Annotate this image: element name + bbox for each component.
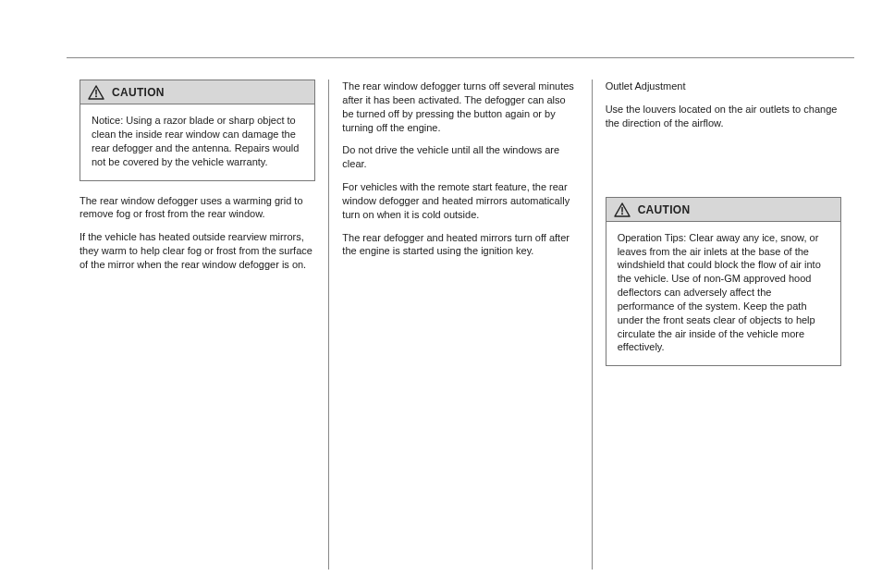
columns: CAUTION Notice: Using a razor blade or s…	[67, 80, 854, 570]
column-1: CAUTION Notice: Using a razor blade or s…	[67, 80, 328, 570]
caution-box-2-body: Operation Tips: Clear away any ice, snow…	[606, 222, 840, 366]
col1-para-1: The rear window defogger uses a warming …	[80, 194, 315, 222]
caution-box-1-label: CAUTION	[112, 85, 165, 100]
warning-icon	[614, 202, 631, 217]
column-2: The rear window defogger turns off sever…	[328, 80, 591, 570]
col2-para-3: For vehicles with the remote start featu…	[342, 180, 578, 222]
caution-box-1-header: CAUTION	[80, 80, 314, 104]
col2-para-1: The rear window defogger turns off sever…	[342, 80, 578, 134]
caution-box-1-body: Notice: Using a razor blade or sharp obj…	[80, 104, 314, 179]
caution-box-2-header: CAUTION	[606, 198, 840, 222]
page: CAUTION Notice: Using a razor blade or s…	[0, 0, 882, 588]
svg-point-2	[95, 95, 97, 97]
caution-box-2-label: CAUTION	[638, 202, 691, 217]
col1-para-2: If the vehicle has heated outside rearvi…	[80, 230, 315, 272]
col3-spacer	[606, 140, 841, 197]
caution-box-2: CAUTION Operation Tips: Clear away any i…	[606, 197, 841, 367]
col2-para-4: The rear defogger and heated mirrors tur…	[342, 231, 578, 259]
top-rule	[67, 57, 854, 58]
col3-intro-1: Outlet Adjustment	[606, 80, 841, 93]
svg-point-5	[621, 213, 623, 214]
column-3: Outlet Adjustment Use the louvers locate…	[592, 80, 854, 570]
warning-icon	[88, 85, 104, 100]
col2-para-2: Do not drive the vehicle until all the w…	[342, 143, 578, 171]
caution-box-1: CAUTION Notice: Using a razor blade or s…	[80, 80, 315, 181]
col3-intro-2: Use the louvers located on the air outle…	[606, 103, 841, 130]
